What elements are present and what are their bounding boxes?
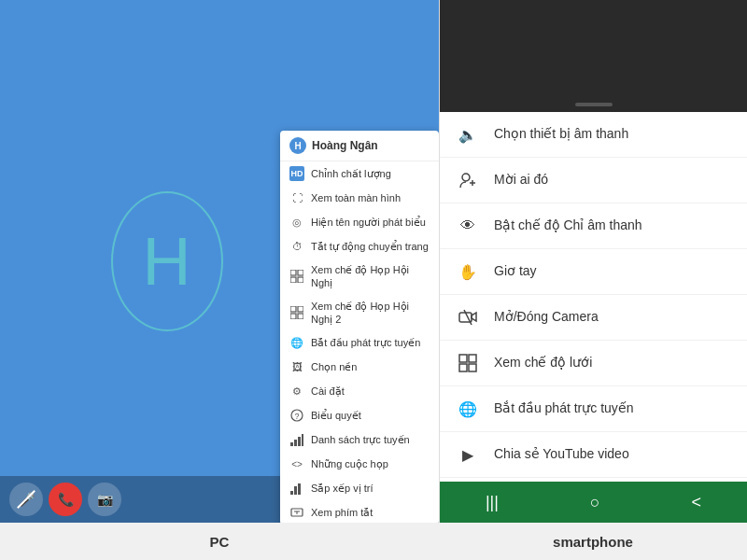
fullscreen-icon: ⛶ (289, 190, 304, 205)
phone-item-audio-device-label: Chọn thiết bị âm thanh (494, 125, 628, 144)
menu-item-vote[interactable]: ? Biểu quyết (280, 403, 439, 427)
svg-rect-10 (290, 442, 293, 446)
svg-text:?: ? (294, 412, 299, 421)
svg-point-20 (462, 174, 470, 181)
phone-item-audio-only-label: Bật chế độ Chỉ âm thanh (494, 217, 642, 235)
menu-item-settings-label: Cài đặt (311, 385, 345, 398)
live-stream-icon: 🌐 (455, 396, 481, 422)
menu-item-show-name[interactable]: ◎ Hiện tên người phát biểu (280, 210, 439, 234)
phone-item-audio-device[interactable]: 🔈 Chọn thiết bị âm thanh (440, 112, 747, 158)
menu-item-conf-mode[interactable]: Xem chế độ Họp Hội Nghị (280, 259, 439, 295)
menu-item-auto-scroll[interactable]: ⏱ Tắt tự động chuyển trang (280, 234, 439, 259)
phone-handle (575, 103, 613, 106)
invite-icon (455, 167, 481, 193)
phone-item-live-stream[interactable]: 🌐 Bắt đầu phát trực tuyến (440, 386, 747, 432)
svg-rect-4 (290, 306, 296, 312)
avatar-circle: H (111, 191, 223, 331)
menu-item-fullscreen-label: Xem toàn màn hình (311, 191, 401, 204)
auto-scroll-icon: ⏱ (289, 239, 304, 254)
phone-nav-home-button[interactable]: ○ (571, 485, 619, 520)
svg-rect-0 (290, 270, 296, 275)
svg-rect-11 (294, 440, 297, 446)
menu-item-background-label: Chọn nền (311, 360, 357, 373)
svg-rect-13 (302, 434, 303, 446)
meetings-icon: <> (289, 456, 304, 471)
conf-mode-icon (289, 269, 304, 284)
menu-item-stream[interactable]: 🌐 Bắt đầu phát trực tuyến (280, 330, 439, 355)
grid-view-icon (455, 350, 481, 376)
online-list-icon (289, 432, 304, 447)
svg-rect-16 (298, 483, 301, 495)
menu-header-icon: H (289, 137, 306, 154)
menu-item-stream-label: Bắt đầu phát trực tuyến (311, 336, 420, 349)
menu-item-conf-mode2[interactable]: Xem chế độ Họp Hội Nghị 2 (280, 295, 439, 331)
phone-icon: 📞 (58, 492, 74, 507)
svg-rect-6 (290, 314, 296, 319)
phone-menu-list: 🔈 Chọn thiết bị âm thanh Mời ai đó 👁 Bật… (440, 112, 747, 482)
toggle-camera-icon (455, 304, 481, 330)
svg-rect-5 (298, 306, 303, 312)
svg-rect-3 (298, 277, 303, 283)
camera-icon: 📷 (97, 492, 113, 507)
svg-rect-7 (298, 314, 303, 319)
phone-item-youtube-label: Chia sẻ YouTube video (494, 445, 629, 464)
phone-item-grid-view[interactable]: Xem chế độ lưới (440, 341, 747, 386)
menu-item-meetings-label: Những cuộc họp (311, 457, 388, 470)
phone-nav-menu-button[interactable]: ||| (467, 485, 517, 520)
sort-icon (289, 481, 304, 496)
menu-item-background[interactable]: 🖼 Chọn nền (280, 355, 439, 379)
svg-rect-26 (469, 355, 476, 362)
menu-item-conf-mode-label: Xem chế độ Họp Hội Nghị (311, 263, 430, 290)
menu-item-settings[interactable]: ⚙ Cài đặt (280, 379, 439, 403)
mute-button[interactable]: 🎤 (9, 483, 43, 516)
smartphone-footer-label: smartphone (439, 534, 747, 550)
menu-item-vote-label: Biểu quyết (311, 409, 361, 422)
audio-device-icon: 🔈 (455, 121, 481, 147)
phone-item-raise-hand[interactable]: ✋ Giơ tay (440, 249, 747, 295)
menu-header-name: Hoàng Ngân (312, 139, 378, 152)
menu-item-shortcuts-label: Xem phím tắt (311, 506, 373, 519)
phone-item-invite-label: Mời ai đó (494, 171, 548, 189)
phone-item-grid-view-label: Xem chế độ lưới (494, 354, 592, 372)
phone-item-youtube[interactable]: ▶ Chia sẻ YouTube video (440, 432, 747, 478)
settings-icon: ⚙ (289, 384, 304, 399)
phone-top-image (440, 0, 747, 112)
pc-panel: H H Hoàng Ngân HD Chỉnh chất lượng ⛶ Xem… (0, 0, 439, 523)
menu-header: H Hoàng Ngân (280, 131, 439, 161)
phone-nav-bar: ||| ○ < (440, 482, 747, 523)
menu-item-shortcuts[interactable]: Xem phím tắt (280, 500, 439, 523)
svg-rect-14 (290, 491, 293, 495)
phone-item-toggle-camera[interactable]: Mở/Đóng Camera (440, 295, 747, 341)
phone-item-invite[interactable]: Mời ai đó (440, 158, 747, 203)
menu-item-online-list-label: Danh sách trực tuyến (311, 433, 410, 446)
pc-footer-label: PC (0, 534, 439, 550)
end-call-button[interactable]: 📞 (49, 483, 82, 516)
youtube-icon: ▶ (455, 441, 481, 468)
show-name-icon: ◎ (289, 215, 304, 230)
background-icon: 🖼 (289, 359, 304, 374)
phone-item-toggle-camera-label: Mở/Đóng Camera (494, 308, 599, 327)
phone-item-audio-only[interactable]: 👁 Bật chế độ Chỉ âm thanh (440, 203, 747, 249)
audio-only-icon: 👁 (455, 213, 481, 239)
svg-rect-28 (469, 364, 476, 371)
phone-item-raise-hand-label: Giơ tay (494, 262, 537, 281)
svg-rect-15 (294, 486, 297, 495)
pc-dropdown-menu: H Hoàng Ngân HD Chỉnh chất lượng ⛶ Xem t… (280, 131, 439, 523)
shortcuts-icon (289, 505, 304, 520)
svg-rect-1 (298, 270, 303, 275)
svg-rect-12 (298, 437, 301, 446)
video-button[interactable]: 📷 (88, 483, 121, 516)
menu-item-quality[interactable]: HD Chỉnh chất lượng (280, 161, 439, 186)
menu-item-auto-scroll-label: Tắt tự động chuyển trang (311, 240, 429, 253)
menu-item-meetings[interactable]: <> Những cuộc họp (280, 452, 439, 476)
svg-rect-27 (459, 364, 467, 371)
menu-item-quality-label: Chỉnh chất lượng (311, 167, 391, 180)
phone-nav-back-button[interactable]: < (673, 485, 721, 520)
conf-mode2-icon (289, 305, 304, 320)
footer-bar: PC smartphone (0, 523, 747, 560)
menu-item-online-list[interactable]: Danh sách trực tuyến (280, 427, 439, 452)
smartphone-panel: 🔈 Chọn thiết bị âm thanh Mời ai đó 👁 Bật… (439, 0, 747, 523)
menu-item-show-name-label: Hiện tên người phát biểu (311, 216, 426, 229)
menu-item-sort[interactable]: Sắp xếp vị trí (280, 476, 439, 500)
menu-item-fullscreen[interactable]: ⛶ Xem toàn màn hình (280, 186, 439, 210)
